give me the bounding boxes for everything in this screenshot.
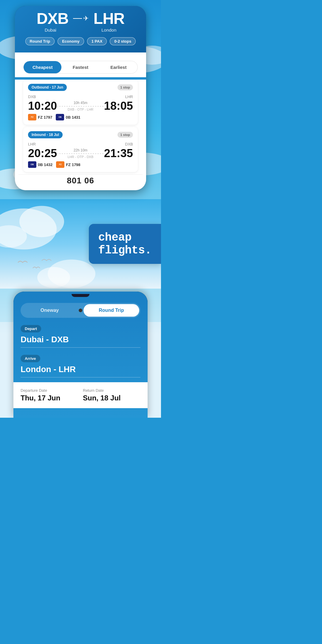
departure-date-label: Departure Date <box>21 388 78 393</box>
depart-label: Depart <box>21 325 41 332</box>
svg-point-16 <box>37 267 70 288</box>
inbound-dep-time: 20:25 <box>28 148 57 159</box>
departure-date-block[interactable]: Departure Date Thu, 17 Jun <box>21 388 78 402</box>
tab-cheapest[interactable]: Cheapest <box>24 61 61 73</box>
pill-round-trip[interactable]: Round Trip <box>25 37 55 45</box>
outbound-label: Outbound - 17 Jun <box>28 84 67 91</box>
origin-city: Dubai <box>45 27 56 32</box>
flydubai-logo-2: FZ <box>56 161 64 168</box>
pill-pax[interactable]: 1 PAX <box>87 37 107 45</box>
pill-economy[interactable]: Economy <box>58 37 84 45</box>
inbound-stop-badge: 1 stop <box>117 132 133 138</box>
outbound-airlines: FZ FZ 1797 OB 0B 1431 <box>28 114 133 120</box>
tarom-logo-2: OB <box>28 161 36 168</box>
inbound-flight-code-2: FZ 1798 <box>66 162 80 167</box>
inbound-airline-2: FZ FZ 1798 <box>56 161 80 168</box>
trip-option-round[interactable]: Round Trip <box>83 304 139 317</box>
return-date-value: Sun, 18 Jul <box>83 394 140 402</box>
search-section: Depart Dubai - DXB Arrive London - LHR <box>13 318 148 377</box>
pill-stops[interactable]: 0-2 stops <box>110 37 136 45</box>
toggle-dot <box>79 309 82 312</box>
outbound-stop-badge: 1 stop <box>117 84 133 90</box>
price-peek: 801 06 <box>67 176 94 185</box>
outbound-arr-time: 18:05 <box>104 100 133 112</box>
svg-point-13 <box>19 206 64 237</box>
arrive-value[interactable]: London - LHR <box>21 365 140 377</box>
inbound-duration: 22h 10m LHR - OTP - DXB <box>57 148 104 159</box>
top-phone: DXB ✈ LHR Dubai London Round Trip Econom… <box>15 6 146 190</box>
outbound-flight-card: Outbound - 17 Jun 1 stop DXB LHR 10:20 1… <box>23 80 138 125</box>
inbound-flight-code-1: 0B 1432 <box>38 162 52 167</box>
tarom-logo: OB <box>56 114 64 120</box>
inbound-from: LHR <box>28 142 36 146</box>
inbound-airline-1: OB 0B 1432 <box>28 161 52 168</box>
return-date-block[interactable]: Return Date Sun, 18 Jul <box>83 388 140 402</box>
sort-tabs: Cheapest Fastest Earliest <box>23 61 138 74</box>
tab-fastest[interactable]: Fastest <box>61 61 99 73</box>
outbound-dep-time: 10:20 <box>28 100 57 112</box>
dates-grid: Departure Date Thu, 17 Jun Return Date S… <box>21 388 140 402</box>
outbound-flight-code-2: 0B 1431 <box>66 115 80 120</box>
inbound-to: DXB <box>125 142 133 146</box>
cheap-flights-banner: cheap flights. <box>89 224 161 264</box>
inbound-airlines: OB 0B 1432 FZ FZ 1798 <box>28 161 133 168</box>
flight-header: DXB ✈ LHR Dubai London Round Trip Econom… <box>15 6 146 52</box>
outbound-airline-1: FZ FZ 1797 <box>28 114 52 120</box>
filter-pills: Round Trip Economy 1 PAX 0-2 stops <box>22 37 139 45</box>
inbound-label: Inbound - 18 Jul <box>28 131 63 138</box>
arrive-label: Arrive <box>21 355 40 362</box>
departure-date-value: Thu, 17 Jun <box>21 394 78 402</box>
dest-city: London <box>101 27 116 32</box>
flydubai-logo: FZ <box>28 114 36 120</box>
flight-arrow-icon: ✈ <box>73 15 89 22</box>
outbound-flight-code-1: FZ 1797 <box>38 115 52 120</box>
inbound-arr-time: 21:35 <box>104 148 133 159</box>
inbound-flight-card: Inbound - 18 Jul 1 stop LHR DXB 20:25 22… <box>23 127 138 172</box>
banner-text: cheap flights. <box>98 231 151 257</box>
outbound-airline-2: OB 0B 1431 <box>56 114 80 120</box>
phone-notch <box>72 294 89 297</box>
dates-section: Departure Date Thu, 17 Jun Return Date S… <box>13 382 148 408</box>
outbound-from: DXB <box>28 95 36 99</box>
return-date-label: Return Date <box>83 388 140 393</box>
outbound-duration: 10h 45m DXB - OTP - LHR <box>57 101 104 111</box>
tab-earliest[interactable]: Earliest <box>100 61 137 73</box>
bottom-phone: Oneway Round Trip Depart Dubai - DXB Arr… <box>13 292 148 418</box>
outbound-to: LHR <box>125 95 133 99</box>
depart-value[interactable]: Dubai - DXB <box>21 335 140 348</box>
main-wrapper: DXB ✈ LHR Dubai London Round Trip Econom… <box>0 0 161 418</box>
trip-type-toggle: Oneway Round Trip <box>21 303 140 318</box>
origin-code: DXB <box>37 11 69 26</box>
dest-code: LHR <box>93 11 124 26</box>
trip-option-oneway[interactable]: Oneway <box>22 304 78 317</box>
